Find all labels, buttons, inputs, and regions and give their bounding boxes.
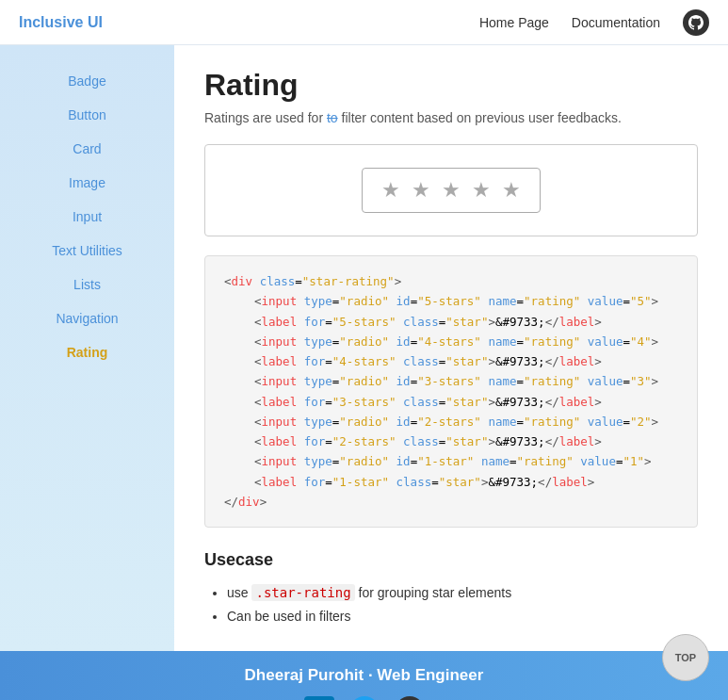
code-line-4: <input type="radio" id="4-stars" name="r… <box>224 332 678 351</box>
usecase-text-after-1: for grouping star elements <box>355 585 512 600</box>
code-line-10: <input type="radio" id="1-star" name="ra… <box>224 451 678 471</box>
star-1[interactable]: ★ <box>381 178 400 203</box>
sidebar-item-card[interactable]: Card <box>0 132 174 166</box>
usecase-title: Usecase <box>204 550 698 570</box>
code-line-11: <label for="1-star" class="star">&#9733;… <box>224 472 678 492</box>
sidebar-item-image[interactable]: Image <box>0 166 174 200</box>
rating-demo-box: ★ ★ ★ ★ ★ <box>204 144 698 236</box>
subtitle-strikethrough: to <box>327 110 338 125</box>
star-4[interactable]: ★ <box>472 178 491 203</box>
main-content: Rating Ratings are used for to filter co… <box>174 45 728 651</box>
stars-container[interactable]: ★ ★ ★ ★ ★ <box>362 168 541 213</box>
usecase-text-before-1: use <box>227 585 251 600</box>
top-navigation: Inclusive UI Home Page Documentation <box>0 0 728 45</box>
star-5[interactable]: ★ <box>502 178 521 203</box>
home-page-link[interactable]: Home Page <box>479 15 549 30</box>
code-line-5: <label for="4-stars" class="star">&#9733… <box>224 351 678 371</box>
top-button[interactable]: TOP <box>662 634 709 681</box>
github-footer-icon[interactable] <box>395 696 425 700</box>
github-icon[interactable] <box>683 9 709 36</box>
page-title: Rating <box>204 68 698 103</box>
footer-icons <box>15 696 713 700</box>
sidebar: Badge Button Card Image Input Text Utili… <box>0 45 174 651</box>
page-subtitle: Ratings are used for to filter content b… <box>204 110 698 125</box>
footer-name: Dheeraj Purohit · Web Engineer <box>15 666 713 685</box>
code-line-2: <input type="radio" id="5-stars" name="r… <box>224 291 678 311</box>
documentation-link[interactable]: Documentation <box>572 15 660 30</box>
code-line-12: </div> <box>224 492 678 512</box>
subtitle-text-after: filter content based on previous user fe… <box>338 110 622 125</box>
usecase-item-2: Can be used in filters <box>227 605 698 628</box>
sidebar-item-button[interactable]: Button <box>0 98 174 132</box>
usecase-code-1: .star-rating <box>251 584 354 601</box>
code-line-8: <input type="radio" id="2-stars" name="r… <box>224 412 678 431</box>
footer: Dheeraj Purohit · Web Engineer © Inclusi… <box>0 651 728 700</box>
usecase-item-1: use .star-rating for grouping star eleme… <box>227 581 698 605</box>
code-line-9: <label for="2-stars" class="star">&#9733… <box>224 431 678 451</box>
code-line-1: <div class="star-rating"> <box>224 271 678 291</box>
subtitle-text-before: Ratings are used for <box>204 110 327 125</box>
sidebar-item-navigation[interactable]: Navigation <box>0 301 174 335</box>
code-line-3: <label for="5-stars" class="star">&#9733… <box>224 312 678 332</box>
code-line-6: <input type="radio" id="3-stars" name="r… <box>224 371 678 391</box>
star-2[interactable]: ★ <box>412 178 430 203</box>
code-line-7: <label for="3-stars" class="star">&#9733… <box>224 392 678 412</box>
sidebar-item-rating[interactable]: Rating <box>0 335 174 369</box>
sidebar-item-lists[interactable]: Lists <box>0 268 174 301</box>
sidebar-item-input[interactable]: Input <box>0 200 174 234</box>
twitter-icon[interactable] <box>349 696 380 700</box>
linkedin-icon[interactable] <box>304 696 334 700</box>
star-3[interactable]: ★ <box>442 178 461 203</box>
page-layout: Badge Button Card Image Input Text Utili… <box>0 45 728 651</box>
site-logo[interactable]: Inclusive UI <box>19 14 103 31</box>
nav-links: Home Page Documentation <box>479 9 709 36</box>
usecase-list: use .star-rating for grouping star eleme… <box>204 581 698 628</box>
sidebar-item-badge[interactable]: Badge <box>0 64 174 98</box>
sidebar-item-text-utilities[interactable]: Text Utilities <box>0 234 174 268</box>
code-block: <div class="star-rating"> <input type="r… <box>204 255 698 528</box>
usecase-text-2: Can be used in filters <box>227 609 351 624</box>
